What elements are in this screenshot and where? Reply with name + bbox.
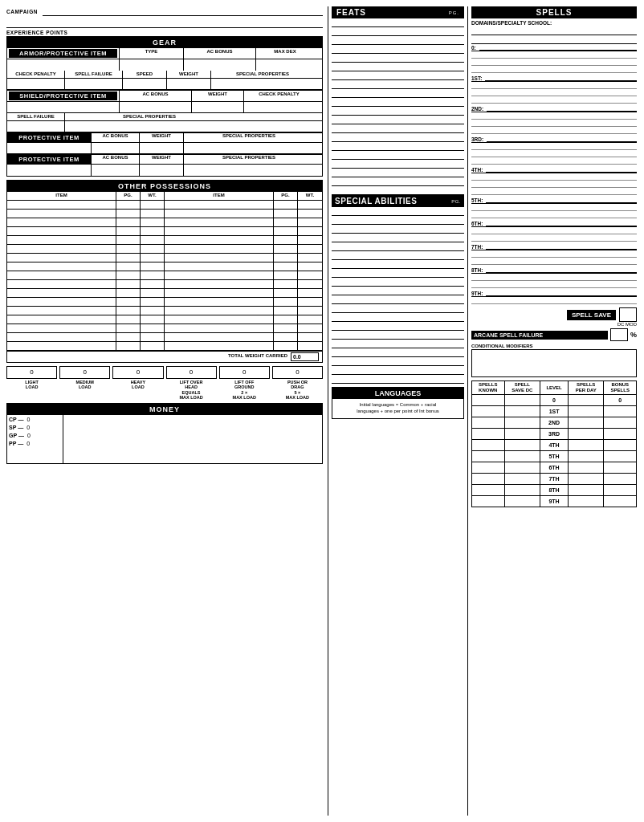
ability-line[interactable] [332, 348, 464, 357]
spell-3-line[interactable] [471, 143, 637, 150]
feat-line[interactable] [332, 36, 464, 45]
ability-line[interactable] [332, 287, 464, 295]
armor-v3[interactable] [123, 79, 167, 89]
known-0[interactable] [472, 395, 505, 406]
total-weight-value[interactable]: 0.0 [291, 352, 319, 361]
feat-line[interactable] [332, 169, 464, 177]
spell-6-line[interactable] [471, 227, 637, 234]
spell-2-line[interactable] [471, 127, 637, 134]
light-load-box[interactable]: 0 [6, 366, 57, 379]
known-3[interactable] [472, 429, 505, 440]
bonus-6[interactable] [604, 462, 637, 474]
sv4[interactable] [244, 102, 314, 112]
feat-line[interactable] [332, 71, 464, 80]
spell-9-line[interactable] [471, 297, 637, 304]
arcane-value[interactable] [610, 328, 628, 341]
feat-line[interactable] [332, 107, 464, 116]
bonus-1[interactable] [604, 406, 637, 417]
sv1[interactable] [7, 102, 120, 112]
per-day-3[interactable] [568, 429, 603, 440]
ability-line[interactable] [332, 260, 464, 269]
armor-val2[interactable] [120, 59, 184, 71]
save-dc-3[interactable] [504, 429, 540, 440]
per-day-6[interactable] [568, 462, 603, 474]
p1v3[interactable] [140, 143, 184, 153]
spell-0-line[interactable] [471, 59, 637, 66]
sv2[interactable] [120, 102, 192, 112]
armor-v2[interactable] [65, 79, 123, 89]
feat-line[interactable] [332, 27, 464, 36]
ability-line[interactable] [332, 340, 464, 348]
per-day-5[interactable] [568, 451, 603, 462]
known-7[interactable] [472, 474, 505, 485]
cp-value[interactable]: 0 [27, 417, 31, 422]
conditional-box[interactable] [471, 349, 637, 377]
spell-5-line[interactable] [471, 204, 637, 211]
per-day-1[interactable] [568, 406, 603, 417]
spell-7-line[interactable] [471, 250, 637, 258]
feat-line[interactable] [332, 124, 464, 133]
per-day-8[interactable] [568, 485, 603, 496]
feat-line[interactable] [332, 133, 464, 142]
ability-line[interactable] [332, 295, 464, 304]
sv3[interactable] [192, 102, 244, 112]
per-day-7[interactable] [568, 474, 603, 485]
spell-1-line[interactable] [471, 89, 637, 96]
feat-line[interactable] [332, 98, 464, 107]
ability-line[interactable] [332, 269, 464, 278]
save-dc-7[interactable] [504, 474, 540, 485]
money-value-area[interactable] [63, 415, 322, 463]
save-dc-4[interactable] [504, 440, 540, 451]
spell-1-line[interactable] [471, 96, 637, 104]
sp-value[interactable]: 0 [26, 425, 30, 430]
armor-v5[interactable] [211, 79, 314, 89]
save-dc-2[interactable] [504, 417, 540, 429]
pp-value[interactable]: 0 [26, 441, 30, 446]
lift-over-box[interactable]: 0 [166, 366, 217, 379]
feat-line[interactable] [332, 80, 464, 89]
bonus-8[interactable] [604, 485, 637, 496]
ability-line[interactable] [332, 216, 464, 225]
spell-7-line[interactable] [471, 258, 637, 265]
ability-line[interactable] [332, 313, 464, 322]
bonus-2[interactable] [604, 417, 637, 429]
feat-line[interactable] [332, 54, 464, 63]
lift-off-box[interactable]: 0 [219, 366, 270, 379]
save-dc-9[interactable] [504, 496, 540, 507]
ability-line[interactable] [332, 251, 464, 260]
p2v2[interactable] [92, 165, 140, 176]
campaign-line[interactable] [43, 6, 323, 16]
feat-line[interactable] [332, 63, 464, 71]
bonus-3[interactable] [604, 429, 637, 440]
p1v2[interactable] [92, 143, 140, 153]
p2v3[interactable] [140, 165, 184, 176]
feat-line[interactable] [332, 151, 464, 160]
ability-line[interactable] [332, 322, 464, 331]
medium-load-box[interactable]: 0 [59, 366, 110, 379]
armor-val3[interactable] [184, 59, 256, 71]
domains-line[interactable] [471, 26, 637, 35]
p2v4[interactable] [184, 165, 314, 176]
per-day-2[interactable] [568, 417, 603, 429]
feat-line[interactable] [332, 142, 464, 151]
p2v1[interactable] [7, 165, 92, 176]
bonus-5[interactable] [604, 451, 637, 462]
known-5[interactable] [472, 451, 505, 462]
feat-line[interactable] [332, 18, 464, 27]
per-day-0[interactable] [568, 395, 603, 406]
known-4[interactable] [472, 440, 505, 451]
spell-3-line[interactable] [471, 157, 637, 165]
spell-2-line[interactable] [471, 112, 637, 120]
save-dc-0[interactable] [504, 395, 540, 406]
feat-line[interactable] [332, 177, 464, 186]
push-drag-box[interactable]: 0 [272, 366, 323, 379]
spell-2-line[interactable] [471, 120, 637, 127]
save-dc-1[interactable] [504, 406, 540, 417]
armor-val4[interactable] [256, 59, 314, 71]
per-day-9[interactable] [568, 496, 603, 507]
ability-line[interactable] [332, 331, 464, 340]
spell-8-line[interactable] [471, 281, 637, 288]
bonus-7[interactable] [604, 474, 637, 485]
spell-5-line[interactable] [471, 211, 637, 218]
ability-line[interactable] [332, 207, 464, 216]
